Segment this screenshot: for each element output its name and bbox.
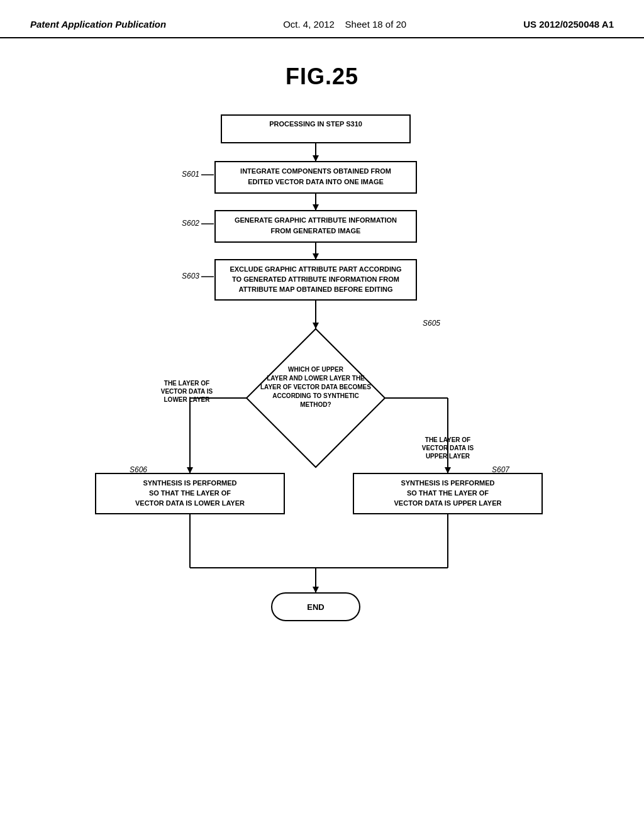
svg-text:FROM GENERATED IMAGE: FROM GENERATED IMAGE (271, 227, 361, 235)
svg-text:INTEGRATE COMPONENTS OBTAINED : INTEGRATE COMPONENTS OBTAINED FROM (240, 167, 391, 175)
svg-text:EXCLUDE GRAPHIC ATTRIBUTE PART: EXCLUDE GRAPHIC ATTRIBUTE PART ACCORDING (230, 265, 401, 273)
svg-text:S606: S606 (130, 465, 147, 474)
svg-text:METHOD?: METHOD? (300, 401, 331, 408)
svg-text:SYNTHESIS IS PERFORMED: SYNTHESIS IS PERFORMED (401, 479, 494, 487)
svg-text:SO THAT THE LAYER OF: SO THAT THE LAYER OF (149, 489, 231, 497)
svg-text:LOWER LAYER: LOWER LAYER (164, 396, 211, 403)
sheet-label: Sheet 18 of 20 (345, 19, 407, 30)
date-sheet-label: Oct. 4, 2012 Sheet 18 of 20 (283, 18, 406, 31)
svg-text:S607: S607 (492, 465, 510, 474)
svg-text:ATTRIBUTE MAP OBTAINED BEFORE : ATTRIBUTE MAP OBTAINED BEFORE EDITING (238, 285, 392, 293)
svg-marker-60 (313, 587, 319, 593)
svg-text:EDITED VECTOR DATA INTO ONE IM: EDITED VECTOR DATA INTO ONE IMAGE (248, 178, 384, 185)
svg-marker-38 (187, 467, 193, 473)
svg-marker-3 (313, 155, 319, 162)
svg-text:THE LAYER OF: THE LAYER OF (164, 380, 209, 387)
figure-title: FIG.25 (0, 64, 644, 90)
svg-text:S601: S601 (182, 170, 199, 179)
svg-text:S605: S605 (423, 319, 440, 328)
svg-text:SO THAT THE LAYER OF: SO THAT THE LAYER OF (407, 489, 489, 497)
svg-text:LAYER OF VECTOR DATA BECOMES: LAYER OF VECTOR DATA BECOMES (260, 384, 371, 390)
svg-text:VECTOR DATA IS LOWER LAYER: VECTOR DATA IS LOWER LAYER (135, 499, 245, 507)
publication-label: Patent Application Publication (30, 18, 166, 31)
svg-text:S602: S602 (182, 219, 199, 228)
patent-number-label: US 2012/0250048 A1 (523, 18, 614, 31)
svg-text:VECTOR DATA IS UPPER LAYER: VECTOR DATA IS UPPER LAYER (394, 499, 502, 507)
date-label: Oct. 4, 2012 (283, 19, 335, 30)
svg-text:ACCORDING TO SYNTHETIC: ACCORDING TO SYNTHETIC (272, 392, 359, 399)
svg-marker-49 (445, 467, 451, 473)
svg-marker-10 (313, 204, 319, 211)
svg-marker-25 (313, 323, 319, 329)
flowchart-diagram: PROCESSING IN STEP S310 S601 INTEGRATE C… (77, 109, 567, 675)
svg-rect-0 (221, 115, 410, 143)
svg-rect-13 (215, 211, 416, 242)
svg-text:SYNTHESIS IS PERFORMED: SYNTHESIS IS PERFORMED (143, 479, 236, 487)
svg-text:VECTOR DATA IS: VECTOR DATA IS (161, 388, 213, 395)
svg-rect-6 (215, 162, 416, 193)
page-header: Patent Application Publication Oct. 4, 2… (0, 0, 644, 38)
svg-text:PROCESSING IN STEP S310: PROCESSING IN STEP S310 (269, 120, 362, 128)
svg-text:WHICH OF UPPER: WHICH OF UPPER (288, 366, 344, 373)
svg-text:S603: S603 (182, 272, 199, 280)
svg-text:TO GENERATED ATTRIBUTE INFORMA: TO GENERATED ATTRIBUTE INFORMATION FROM (232, 275, 399, 283)
svg-text:END: END (307, 602, 324, 612)
svg-marker-17 (313, 253, 319, 260)
svg-text:GENERATE GRAPHIC ATTRIBUTE INF: GENERATE GRAPHIC ATTRIBUTE INFORMATION (235, 216, 397, 224)
svg-text:LAYER AND LOWER LAYER THE: LAYER AND LOWER LAYER THE (267, 375, 365, 382)
